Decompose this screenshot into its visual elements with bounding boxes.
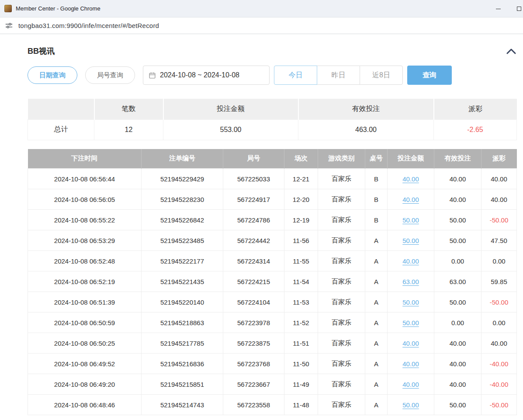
- bet-amount-link[interactable]: 40.00: [402, 381, 419, 388]
- cell-valid_bet: 40.00: [434, 189, 481, 210]
- cell-valid_bet: 0.00: [434, 312, 481, 333]
- cell-payout: -50.00: [481, 210, 517, 230]
- cell-bet_time: 2024-10-08 06:49:52: [28, 354, 142, 374]
- table-row: 2024-10-08 06:55:22521945226842567224786…: [28, 210, 517, 230]
- cell-order_id: 521945223485: [142, 230, 223, 251]
- summary-header-count: 笔数: [94, 99, 163, 119]
- col-header-game_type: 游戏类别: [318, 149, 365, 169]
- cell-game_type: 百家乐: [318, 230, 365, 251]
- collapse-chevron-up-icon[interactable]: [506, 46, 516, 56]
- cell-table_id: A: [365, 354, 388, 374]
- bet-amount-link[interactable]: 50.00: [402, 237, 419, 244]
- cell-table_id: A: [365, 374, 388, 395]
- cell-session: 11-50: [284, 354, 318, 374]
- cell-order_id: 521945226842: [142, 210, 223, 230]
- cell-round_id: 567224104: [223, 292, 284, 312]
- maximize-button[interactable]: [509, 0, 523, 17]
- title-bar: Member Center - Google Chrome: [0, 0, 523, 17]
- cell-bet_time: 2024-10-08 06:49:20: [28, 374, 142, 395]
- cell-bet_amount: 40.00: [388, 169, 434, 189]
- yesterday-button[interactable]: 昨日: [317, 66, 360, 85]
- maximize-icon: [517, 7, 521, 11]
- cell-game_type: 百家乐: [318, 312, 365, 333]
- browser-window: Member Center - Google Chrome tongbao31.…: [0, 0, 523, 420]
- cell-round_id: 567223768: [223, 354, 284, 374]
- bet-amount-link[interactable]: 40.00: [402, 175, 419, 183]
- cell-valid_bet: 50.00: [434, 210, 481, 230]
- cell-table_id: A: [365, 292, 388, 312]
- cell-bet_time: 2024-10-08 06:56:05: [28, 189, 142, 210]
- cell-round_id: 567224786: [223, 210, 284, 230]
- summary-header-bet-amount: 投注金额: [163, 99, 298, 119]
- cell-bet_time: 2024-10-08 06:55:22: [28, 210, 142, 230]
- table-row: 2024-10-08 06:52:19521945221435567224215…: [28, 271, 517, 292]
- bet-amount-link[interactable]: 63.00: [402, 278, 419, 285]
- cell-bet_amount: 50.00: [388, 210, 434, 230]
- cell-bet_amount: 40.00: [388, 189, 434, 210]
- cell-payout: -40.00: [481, 374, 517, 395]
- cell-payout: -50.00: [481, 292, 517, 312]
- date-range-picker[interactable]: 2024-10-08 ~ 2024-10-08: [143, 66, 270, 85]
- cell-bet_amount: 40.00: [388, 374, 434, 395]
- cell-bet_amount: 40.00: [388, 333, 434, 354]
- cell-valid_bet: 63.00: [434, 271, 481, 292]
- summary-valid-bet-value: 463.00: [298, 119, 434, 140]
- cell-order_id: 521945218863: [142, 312, 223, 333]
- bet-amount-link[interactable]: 50.00: [402, 401, 419, 409]
- cell-payout: 0.00: [481, 312, 517, 333]
- bet-amount-link[interactable]: 40.00: [402, 360, 419, 368]
- cell-table_id: B: [365, 210, 388, 230]
- cell-order_id: 521945216836: [142, 354, 223, 374]
- cell-table_id: A: [365, 312, 388, 333]
- cell-round_id: 567223667: [223, 374, 284, 395]
- cell-table_id: A: [365, 251, 388, 271]
- table-row: 2024-10-08 06:49:52521945216836567223768…: [28, 354, 517, 374]
- cell-game_type: 百家乐: [318, 333, 365, 354]
- summary-payout-value: -2.65: [434, 119, 517, 140]
- bet-amount-link[interactable]: 50.00: [402, 299, 419, 306]
- search-button[interactable]: 查询: [407, 66, 452, 85]
- bet-amount-link[interactable]: 40.00: [402, 257, 419, 265]
- cell-valid_bet: 0.00: [434, 251, 481, 271]
- summary-header-empty: [28, 99, 94, 119]
- cell-game_type: 百家乐: [318, 210, 365, 230]
- cell-round_id: 567224442: [223, 230, 284, 251]
- cell-payout: 40.00: [481, 333, 517, 354]
- cell-valid_bet: 40.00: [434, 374, 481, 395]
- filter-toolbar: 日期查询 局号查询 2024-10-08 ~ 2024-10-08: [28, 66, 516, 85]
- last-8-days-button[interactable]: 近8日: [360, 66, 403, 85]
- bet-amount-link[interactable]: 40.00: [402, 340, 419, 347]
- cell-bet_amount: 63.00: [388, 271, 434, 292]
- quick-range-group: 今日 昨日 近8日: [274, 66, 403, 85]
- cell-order_id: 521945228230: [142, 189, 223, 210]
- calendar-icon: [149, 72, 156, 79]
- date-range-value: 2024-10-08 ~ 2024-10-08: [160, 71, 239, 79]
- cell-bet_time: 2024-10-08 06:52:19: [28, 271, 142, 292]
- cell-payout: -40.00: [481, 354, 517, 374]
- cell-session: 11-52: [284, 312, 318, 333]
- minimize-button[interactable]: [488, 0, 509, 17]
- cell-game_type: 百家乐: [318, 374, 365, 395]
- bet-amount-link[interactable]: 50.00: [402, 319, 419, 326]
- cell-valid_bet: 50.00: [434, 395, 481, 415]
- cell-table_id: B: [365, 189, 388, 210]
- url-text[interactable]: tongbao31.com:9900/infe/mcenter/#/betRec…: [18, 22, 159, 29]
- table-row: 2024-10-08 06:52:48521945222177567224314…: [28, 251, 517, 271]
- cell-payout: 59.85: [481, 271, 517, 292]
- round-query-tab[interactable]: 局号查询: [85, 66, 135, 84]
- table-row: 2024-10-08 06:56:44521945229429567225033…: [28, 169, 517, 189]
- cell-order_id: 521945222177: [142, 251, 223, 271]
- date-query-tab[interactable]: 日期查询: [28, 66, 77, 84]
- summary-table: 笔数 投注金额 有效投注 派彩 总计 12 553.00 463.00 -2.6…: [28, 99, 517, 140]
- cell-bet_amount: 40.00: [388, 354, 434, 374]
- bet-amount-link[interactable]: 50.00: [402, 216, 419, 224]
- cell-payout: 40.00: [481, 189, 517, 210]
- cell-payout: -50.00: [481, 395, 517, 415]
- bet-record-table: 下注时间注单编号局号场次游戏类别桌号投注金额有效投注派彩 2024-10-08 …: [28, 149, 517, 416]
- site-settings-tune-icon[interactable]: [4, 21, 13, 30]
- today-button[interactable]: 今日: [274, 66, 317, 85]
- cell-order_id: 521945221435: [142, 271, 223, 292]
- bet-amount-link[interactable]: 40.00: [402, 196, 419, 203]
- section-title: BB视讯: [28, 46, 55, 56]
- col-header-order_id: 注单编号: [142, 149, 223, 169]
